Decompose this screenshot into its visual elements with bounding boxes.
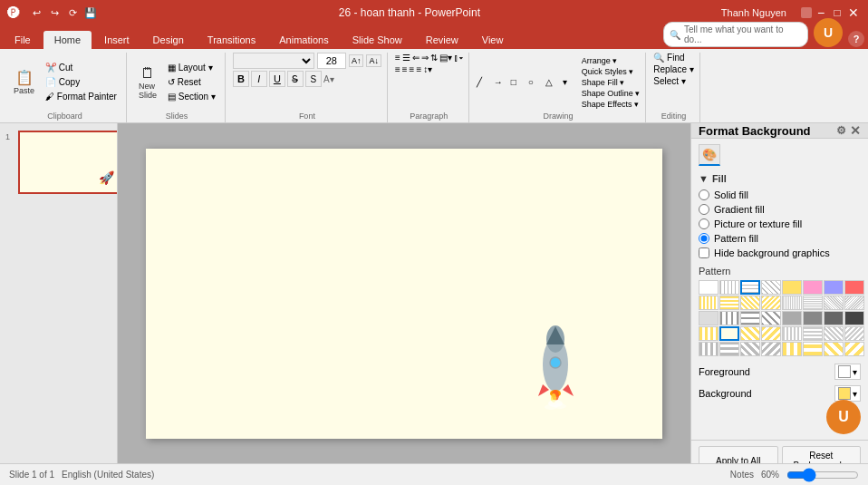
align-center-button[interactable]: ≡ [402, 64, 408, 74]
line-spacing-button[interactable]: ↕▾ [423, 64, 432, 74]
save-button[interactable]: 💾 [83, 5, 98, 20]
align-justify-button[interactable]: ≡ [416, 64, 421, 74]
pattern-cell-23[interactable] [844, 311, 864, 325]
pattern-cell-37[interactable] [803, 342, 823, 356]
pattern-cell-22[interactable] [824, 311, 844, 325]
reset-button[interactable]: ↺ Reset [164, 75, 219, 89]
font-family-select[interactable] [233, 53, 314, 69]
new-slide-button[interactable]: 🗒 NewSlide [134, 55, 161, 110]
undo-button[interactable]: ↩ [29, 5, 43, 20]
font-size-input[interactable]: 28 [317, 53, 346, 69]
underline-button[interactable]: U [269, 71, 285, 87]
pattern-cell-39[interactable] [844, 342, 864, 356]
pattern-cell-19[interactable] [761, 311, 781, 325]
copy-button[interactable]: 📄 Copy [42, 75, 121, 89]
tab-file[interactable]: File [4, 31, 42, 49]
shape-rect[interactable]: □ [511, 77, 527, 87]
picture-fill-radio[interactable] [699, 218, 709, 229]
panel-close-button[interactable]: ✕ [850, 123, 861, 138]
font-size-decrease[interactable]: A↓ [366, 54, 381, 67]
pattern-cell-14[interactable] [824, 296, 844, 310]
pattern-cell-7[interactable] [844, 280, 864, 295]
italic-button[interactable]: I [251, 71, 267, 87]
pattern-cell-36[interactable] [782, 342, 802, 356]
section-button[interactable]: ▤ Section ▾ [164, 90, 219, 103]
pattern-cell-20[interactable] [782, 311, 802, 325]
pattern-cell-28[interactable] [782, 326, 802, 341]
quick-styles-button[interactable]: Quick Styles ▾ [582, 67, 641, 76]
apply-to-all-button[interactable]: Apply to All [699, 446, 778, 463]
pattern-cell-29[interactable] [803, 326, 823, 341]
pattern-cell-27[interactable] [761, 326, 781, 341]
pattern-cell-16[interactable] [699, 311, 719, 325]
pattern-cell-18[interactable] [740, 311, 760, 325]
pattern-cell-25[interactable] [719, 326, 739, 341]
replace-button[interactable]: Replace ▾ [653, 64, 693, 74]
text-direction-button[interactable]: ⇅ [430, 53, 438, 63]
pattern-cell-38[interactable] [824, 342, 844, 356]
pattern-cell-6[interactable] [824, 280, 844, 295]
slide-canvas[interactable] [146, 149, 662, 439]
find-button[interactable]: 🔍 Find [653, 53, 684, 63]
pattern-cell-9[interactable] [719, 296, 739, 310]
hide-bg-checkbox[interactable] [699, 247, 709, 258]
reset-background-button[interactable]: Reset Background... [782, 446, 862, 463]
tab-slideshow[interactable]: Slide Show [342, 31, 413, 49]
fill-icon-button[interactable]: 🎨 [699, 144, 720, 166]
pattern-cell-3[interactable] [761, 280, 781, 295]
maximize-button[interactable]: □ [830, 5, 844, 20]
pattern-cell-4[interactable] [782, 280, 802, 295]
window-options-button[interactable] [801, 7, 812, 18]
notes-button[interactable]: Notes [730, 470, 754, 480]
cut-button[interactable]: ✂️ Cut [42, 61, 121, 74]
pattern-cell-30[interactable] [824, 326, 844, 341]
columns-button[interactable]: ⫿▾ [454, 53, 463, 63]
help-button[interactable]: ? [848, 31, 864, 47]
paste-button[interactable]: 📋 Paste [9, 55, 39, 110]
pattern-cell-33[interactable] [719, 342, 739, 356]
tab-review[interactable]: Review [415, 31, 469, 49]
panel-settings-icon[interactable]: ⚙ [836, 124, 846, 137]
numbering-button[interactable]: ☰ [402, 53, 410, 63]
font-size-increase[interactable]: A↑ [349, 54, 364, 67]
slide-thumbnail[interactable]: 🚀 [18, 131, 118, 194]
shape-triangle[interactable]: △ [545, 77, 562, 87]
tell-me-box[interactable]: 🔍 Tell me what you want to do... [663, 22, 808, 47]
shape-effects-button[interactable]: Shape Effects ▾ [582, 100, 641, 109]
pattern-cell-8[interactable] [699, 296, 719, 310]
pattern-cell-13[interactable] [803, 296, 823, 310]
tab-animations[interactable]: Animations [268, 31, 339, 49]
shape-outline-button[interactable]: Shape Outline ▾ [582, 89, 641, 98]
foreground-color-button[interactable]: ▾ [834, 364, 861, 380]
pattern-cell-15[interactable] [844, 296, 864, 310]
tab-transitions[interactable]: Transitions [197, 31, 266, 49]
pattern-cell-0[interactable] [699, 280, 719, 295]
select-button[interactable]: Select ▾ [653, 76, 686, 86]
shadow-button[interactable]: S [305, 71, 322, 87]
pattern-cell-10[interactable] [740, 296, 760, 310]
align-left-button[interactable]: ≡ [395, 64, 400, 74]
pattern-cell-1[interactable] [719, 280, 739, 295]
zoom-slider[interactable] [786, 469, 859, 481]
pattern-cell-11[interactable] [761, 296, 781, 310]
pattern-cell-5[interactable] [803, 280, 823, 295]
shape-line[interactable]: ╱ [477, 77, 493, 87]
decrease-indent-button[interactable]: ⇐ [412, 53, 420, 63]
shape-arrow[interactable]: → [494, 77, 510, 87]
pattern-cell-2[interactable] [740, 280, 760, 295]
shape-fill-button[interactable]: Shape Fill ▾ [582, 78, 641, 87]
pattern-cell-32[interactable] [699, 342, 719, 356]
strikethrough-button[interactable]: S̶ [287, 71, 304, 87]
tab-home[interactable]: Home [43, 31, 92, 49]
close-button[interactable]: ✕ [846, 5, 861, 20]
bullets-button[interactable]: ≡ [395, 53, 400, 63]
layout-button[interactable]: ▦ Layout ▾ [164, 61, 219, 74]
shape-more[interactable]: ▾ [563, 77, 579, 87]
shape-oval[interactable]: ○ [528, 77, 545, 87]
background-color-button[interactable]: ▾ [834, 385, 861, 402]
increase-indent-button[interactable]: ⇒ [421, 53, 429, 63]
arrange-button[interactable]: Arrange ▾ [582, 56, 641, 65]
gradient-fill-radio[interactable] [699, 204, 709, 215]
font-color-picker[interactable]: A▾ [323, 74, 334, 84]
format-painter-button[interactable]: 🖌 Format Painter [42, 90, 121, 103]
